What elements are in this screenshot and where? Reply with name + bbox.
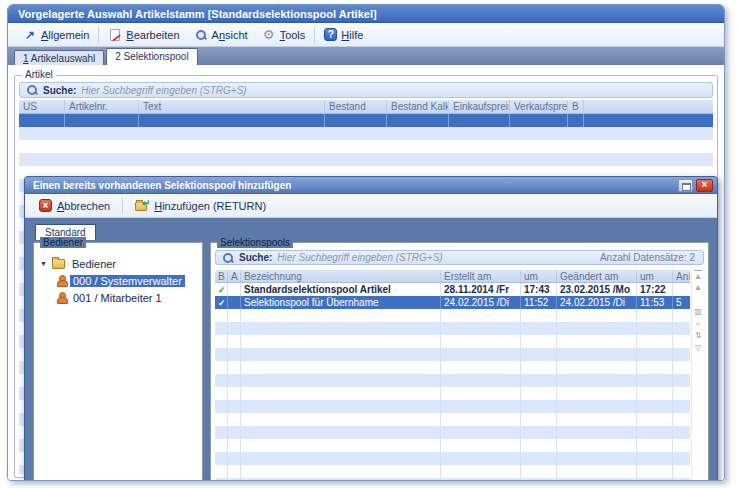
selektionspools-panel: Selektionspools Suche: Hier Suchbegriff … <box>210 242 709 481</box>
menu-hilfe[interactable]: ? Hilfe <box>317 26 370 43</box>
pools-empty-row <box>215 361 690 374</box>
artikel-selected-row[interactable] <box>19 114 713 127</box>
menu-bearbeiten[interactable]: Bearbeiten <box>101 26 186 43</box>
dialog-restore-button[interactable] <box>678 179 693 192</box>
pools-empty-row <box>215 400 690 413</box>
artikel-group-label: Artikel <box>22 69 56 80</box>
dialog-title: Einen bereits vorhandenen Selektionspool… <box>33 180 678 191</box>
dialog-close-button[interactable]: × <box>696 179 713 192</box>
add-selektionspool-dialog: Einen bereits vorhandenen Selektionspool… <box>24 176 718 481</box>
window-titlebar: Vorgelagerte Auswahl Artikelstamm [Stand… <box>8 5 724 23</box>
filter-icon[interactable]: ▽ <box>695 342 701 354</box>
menu-separator <box>314 27 315 43</box>
checkmark-icon: ✓ <box>218 285 226 295</box>
app-window: Vorgelagerte Auswahl Artikelstamm [Stand… <box>7 4 725 481</box>
menu-allgemein[interactable]: ↗ Allgemein <box>16 26 96 43</box>
bediener-tree: ▼ Bediener 000 / Systemverwalter <box>34 243 202 306</box>
arrow-up-right-icon: ↗ <box>23 28 37 41</box>
pools-column-headers[interactable]: B A Bezeichnung Erstellt am um Geändert … <box>215 270 690 283</box>
pools-empty-row <box>215 413 690 426</box>
pools-empty-row <box>215 309 690 322</box>
add-button[interactable]: ↵ Hinzufügen (RETURN) <box>129 198 272 214</box>
pools-empty-row <box>215 335 690 348</box>
pools-empty-row <box>215 322 690 335</box>
tree-item-systemverwalter[interactable]: 000 / Systemverwalter <box>56 272 198 289</box>
menu-tools[interactable]: ⚙ Tools <box>255 26 313 43</box>
tabstrip: 1 Artikelauswahl 2 Selektionspool <box>8 47 724 65</box>
folder-icon <box>52 259 65 269</box>
tree-expander-icon[interactable]: ▼ <box>40 260 48 267</box>
pools-empty-row <box>215 439 690 452</box>
magnifier-icon <box>194 28 208 41</box>
go-first-icon[interactable]: ▲ <box>694 270 702 282</box>
artikel-column-headers[interactable]: US Artikelnr. Text Bestand Bestand Kalk.… <box>19 100 713 114</box>
sort-icon[interactable]: ⇅ <box>695 330 702 342</box>
tab-artikelauswahl[interactable]: 1 Artikelauswahl <box>14 50 104 65</box>
go-previous-icon[interactable]: ▲ <box>694 282 702 294</box>
search-icon <box>222 252 234 264</box>
pool-row-uebernhame-selected[interactable]: ✓ Selektionspool für Übernhame 24.02.201… <box>215 296 690 309</box>
grid-side-toolbar: ▲ ▲ ▥ ⌕ ⇅ ▽ ▼ ◆ ▼ <box>691 270 704 481</box>
checkmark-icon: ✓ <box>218 298 226 308</box>
bediener-panel: Bediener ▼ Bediener <box>33 242 203 481</box>
gear-icon: ⚙ <box>262 28 276 41</box>
dialog-toolbar: × Abbrechen ↵ Hinzufügen (RETURN) <box>25 194 717 218</box>
column-chooser-icon[interactable]: ▤ <box>688 272 690 281</box>
desktop: Vorgelagerte Auswahl Artikelstamm [Stand… <box>0 0 738 488</box>
zoom-icon[interactable]: ⌕ <box>696 318 700 330</box>
pools-empty-row <box>215 374 690 387</box>
main-content: Artikel Suche: Hier Suchbegriff eingeben… <box>8 65 724 481</box>
pools-empty-row <box>215 465 690 478</box>
pools-empty-rows <box>215 309 690 481</box>
pools-empty-row <box>215 452 690 465</box>
columns-icon[interactable]: ▥ <box>694 306 702 318</box>
help-icon: ? <box>324 28 337 41</box>
cancel-x-icon: × <box>39 199 52 212</box>
pools-empty-row <box>215 478 690 481</box>
pools-grid: B A Bezeichnung Erstellt am um Geändert … <box>215 270 690 481</box>
tree-item-mitarbeiter1[interactable]: 001 / Mitarbeiter 1 <box>56 289 198 306</box>
window-title: Vorgelagerte Auswahl Artikelstamm [Stand… <box>18 8 377 20</box>
toolbar-separator <box>122 198 123 214</box>
artikel-search-placeholder: Hier Suchbegriff eingeben (STRG+S) <box>81 85 706 96</box>
menu-separator <box>98 27 99 43</box>
selektionspools-group-label: Selektionspools <box>217 237 293 248</box>
artikel-search-input[interactable]: Suche: Hier Suchbegriff eingeben (STRG+S… <box>19 82 713 98</box>
add-folder-icon: ↵ <box>135 200 149 212</box>
tree-root-bediener[interactable]: ▼ Bediener <box>40 255 198 272</box>
pools-search-input[interactable]: Suche: Hier Suchbegriff eingeben (STRG+S… <box>215 250 704 265</box>
pools-empty-row <box>215 387 690 400</box>
record-count: Anzahl Datensätze: 2 <box>600 252 697 263</box>
menu-ansicht[interactable]: Ansicht <box>187 26 255 43</box>
dialog-body: Standard Bediener ▼ Bediener <box>25 218 717 481</box>
edit-page-icon <box>108 28 122 41</box>
dialog-titlebar: Einen bereits vorhandenen Selektionspool… <box>25 177 717 194</box>
menubar: ↗ Allgemein Bearbeiten Ansicht ⚙ Tools ?… <box>8 23 724 47</box>
person-icon <box>56 292 66 303</box>
pools-empty-row <box>215 348 690 361</box>
bediener-group-label: Bediener <box>40 237 86 248</box>
search-icon <box>26 84 38 96</box>
cancel-button[interactable]: × Abbrechen <box>33 197 116 214</box>
pools-empty-row <box>215 426 690 439</box>
tab-selektionspool[interactable]: 2 Selektionspool <box>106 48 197 65</box>
person-icon <box>56 275 66 286</box>
pool-row-standardselektionspool[interactable]: ✓ Standardselektionspool Artikel 28.11.2… <box>215 283 690 296</box>
pools-search-placeholder: Hier Suchbegriff eingeben (STRG+S) <box>277 252 595 263</box>
